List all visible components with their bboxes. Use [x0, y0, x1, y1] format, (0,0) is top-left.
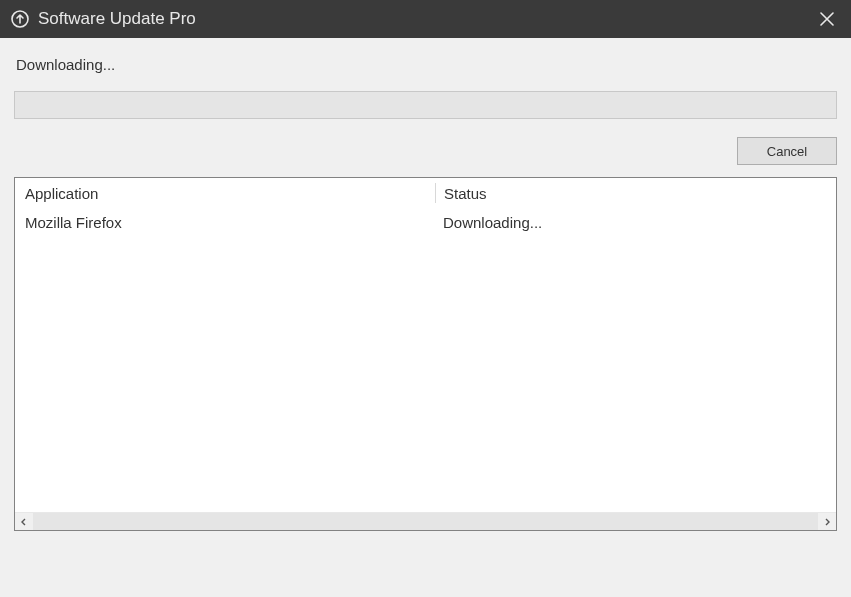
column-header-application[interactable]: Application	[15, 185, 435, 202]
update-arrow-icon	[10, 9, 30, 29]
close-icon	[820, 12, 834, 26]
column-header-status[interactable]: Status	[436, 185, 836, 202]
cell-application: Mozilla Firefox	[15, 214, 435, 231]
cell-status: Downloading...	[435, 214, 836, 231]
status-label: Downloading...	[16, 56, 837, 73]
horizontal-scrollbar[interactable]	[15, 512, 836, 530]
close-button[interactable]	[811, 3, 843, 35]
progress-bar	[14, 91, 837, 119]
cancel-button[interactable]: Cancel	[737, 137, 837, 165]
table-header: Application Status	[15, 178, 836, 208]
window-title: Software Update Pro	[38, 9, 811, 29]
table-row[interactable]: Mozilla Firefox Downloading...	[15, 208, 836, 236]
scrollbar-track[interactable]	[33, 513, 818, 530]
scroll-right-arrow-icon[interactable]	[818, 513, 836, 530]
content-area: Downloading... Cancel Application Status…	[0, 38, 851, 531]
table-body: Mozilla Firefox Downloading...	[15, 208, 836, 512]
update-table: Application Status Mozilla Firefox Downl…	[14, 177, 837, 531]
button-row: Cancel	[14, 137, 837, 165]
scroll-left-arrow-icon[interactable]	[15, 513, 33, 530]
titlebar: Software Update Pro	[0, 0, 851, 38]
